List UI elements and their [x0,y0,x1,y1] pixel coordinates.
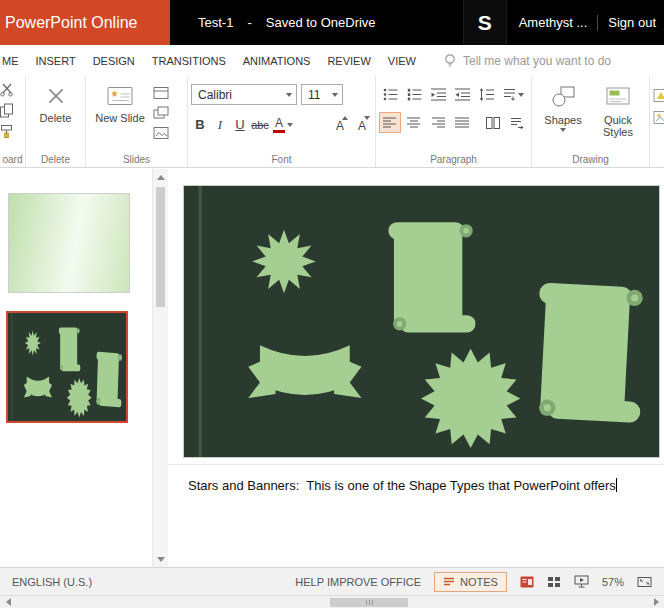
app-logo[interactable]: PowerPoint Online [0,0,170,45]
notes-pane[interactable]: Stars and Banners: This is one of the Sh… [168,464,664,567]
picture-button-partial[interactable] [653,108,664,126]
tell-me-box[interactable]: Tell me what you want to do [443,53,611,69]
scroll-right-button[interactable] [648,596,664,608]
document-name[interactable]: Test-1 [198,15,233,30]
new-slide-icon [107,85,133,107]
triangle-left-icon [2,598,11,606]
normal-view-icon [520,576,534,588]
picture-slide-button[interactable] [151,124,171,142]
slide-layout-icon [153,86,169,100]
font-color-button[interactable]: A [271,117,295,133]
title-dash: - [247,15,251,30]
scrollbar-thumb[interactable] [156,187,165,307]
delete-button[interactable]: Delete [29,80,82,124]
slide-show-button[interactable] [574,575,589,588]
notes-lines-icon [443,577,455,587]
quick-styles-button[interactable]: Quick Styles [591,80,645,151]
horizontal-scrollbar[interactable] [0,595,664,608]
arrow-up-icon [342,116,348,120]
tab-insert[interactable]: INSERT [36,55,76,67]
increase-indent-button[interactable] [451,84,473,105]
line-spacing-button[interactable] [475,84,497,105]
user-name[interactable]: Amethyst ... [519,15,588,30]
align-center-button[interactable] [403,112,425,133]
grip-icon [369,600,370,605]
slide-thumbnail-1[interactable] [8,193,130,293]
chevron-down-icon [560,128,566,132]
shapes-button[interactable]: Shapes [535,80,591,151]
triangle-up-icon [157,171,165,180]
slide-editing-surface[interactable] [183,185,660,458]
slide-2-thumbnail-art [8,313,126,421]
slide-sorter-view-button[interactable] [547,576,561,588]
cut-button[interactable] [0,80,16,98]
group-arrange-partial [650,76,664,167]
font-size-value: 11 [308,88,332,102]
align-right-button[interactable] [427,112,449,133]
arrange-button-partial[interactable] [653,86,664,104]
group-drawing: Shapes Quick Styles Drawing [532,76,650,167]
tab-transitions[interactable]: TRANSITIONS [152,55,226,67]
tab-home[interactable]: ME [2,55,19,67]
scroll-left-button[interactable] [0,596,16,608]
normal-view-button[interactable] [520,576,534,588]
chevron-down-icon [287,123,293,127]
tab-review[interactable]: REVIEW [327,55,370,67]
sign-out-link[interactable]: Sign out [608,15,656,30]
text-direction-button[interactable] [506,112,528,133]
align-left-button[interactable] [379,112,401,133]
increase-indent-icon [454,87,471,102]
fit-to-window-button[interactable] [637,576,652,588]
help-improve-office-link[interactable]: HELP IMPROVE OFFICE [295,576,421,588]
bullets-icon [382,87,399,102]
columns-button[interactable] [482,112,504,133]
scrollbar-thumb[interactable] [330,598,408,607]
shrink-font-button[interactable]: A [352,114,372,135]
thumbnail-scrollbar[interactable] [152,169,168,567]
columns-icon [485,116,501,130]
ribbon-tab-row: ME INSERT DESIGN TRANSITIONS ANIMATIONS … [0,45,664,76]
font-size-select[interactable]: 11 [301,84,343,105]
font-group-label: Font [188,154,375,165]
justify-button[interactable] [451,112,473,133]
zoom-level[interactable]: 57% [602,576,624,588]
bullets-button[interactable] [379,84,401,105]
duplicate-slide-button[interactable] [151,104,171,122]
bold-button[interactable]: B [191,114,209,135]
strikethrough-button[interactable]: abc [251,114,269,135]
notes-toggle-button[interactable]: NOTES [434,572,507,592]
triangle-right-icon [654,598,663,606]
chevron-down-icon [518,93,524,97]
text-direction-icon [509,116,525,130]
scroll-up-button[interactable] [153,169,168,185]
numbering-button[interactable] [403,84,425,105]
tell-me-label: Tell me what you want to do [463,54,611,68]
scroll-down-button[interactable] [153,551,168,567]
shapes-label: Shapes [544,114,581,126]
copy-button[interactable] [0,101,16,119]
italic-button[interactable]: I [211,114,229,135]
copy-icon [0,103,14,118]
group-delete: Delete Delete [26,76,86,167]
align-right-icon [430,116,446,130]
underline-button[interactable]: U [231,114,249,135]
paragraph-spacing-button[interactable] [499,84,527,105]
font-family-select[interactable]: Calibri [191,84,297,105]
new-slide-button[interactable]: New Slide [89,80,151,151]
format-painter-button[interactable] [0,122,16,140]
slide-thumbnail-2-selected[interactable] [6,311,128,423]
notes-toggle-label: NOTES [460,576,498,588]
tab-design[interactable]: DESIGN [93,55,135,67]
numbering-icon [406,87,423,102]
grip-icon [366,600,367,605]
decrease-indent-button[interactable] [427,84,449,105]
align-center-icon [406,116,422,130]
slide-layout-button[interactable] [151,84,171,102]
quick-styles-icon [605,85,631,109]
tab-view[interactable]: VIEW [388,55,416,67]
language-selector[interactable]: ENGLISH (U.S.) [12,576,92,588]
tab-animations[interactable]: ANIMATIONS [243,55,311,67]
group-font: Calibri 11 B I U abc A [188,76,376,167]
skype-button[interactable]: S [463,0,507,45]
grow-font-button[interactable]: A [330,114,350,135]
